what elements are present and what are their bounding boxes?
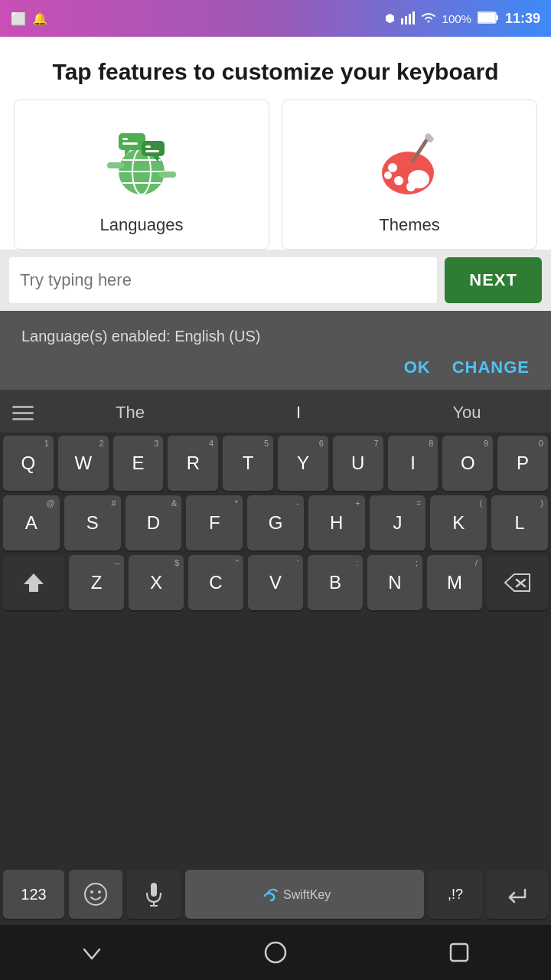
nav-bar — [0, 925, 551, 980]
space-key[interactable]: SwiftKey — [185, 870, 424, 919]
languages-label: Languages — [100, 215, 184, 235]
keyboard-row-2: @A #S &D *F -G +H =J (K )L — [3, 495, 548, 550]
wifi-icon — [421, 11, 436, 27]
page-title: Tap features to customize your keyboard — [18, 58, 533, 86]
key-I[interactable]: 8I — [388, 436, 439, 491]
special-char-key[interactable]: ,!? — [429, 870, 482, 919]
svg-rect-37 — [151, 883, 157, 897]
svg-rect-15 — [122, 142, 138, 145]
battery-icon — [478, 11, 499, 26]
key-M[interactable]: /M — [427, 555, 482, 610]
key-W[interactable]: 2W — [58, 436, 109, 491]
svg-rect-42 — [451, 944, 468, 961]
key-O[interactable]: 9O — [442, 436, 493, 491]
svg-rect-6 — [496, 15, 498, 20]
screen-icon: ⬜ — [11, 11, 26, 26]
signal-icon — [401, 11, 415, 27]
key-D[interactable]: &D — [126, 495, 182, 550]
bottom-action-row: 123 SwiftKey ,!? — [0, 867, 551, 925]
input-row: NEXT — [0, 250, 551, 311]
language-enabled-text: Language(s) enabled: English (US) — [21, 328, 530, 345]
key-T[interactable]: 5T — [223, 436, 273, 491]
time-display: 11:39 — [505, 11, 540, 27]
language-bar: Language(s) enabled: English (US) OK CHA… — [0, 311, 551, 390]
emoji-key[interactable] — [69, 870, 122, 919]
backspace-key[interactable] — [487, 555, 548, 610]
key-S[interactable]: #S — [64, 495, 121, 550]
key-B[interactable]: :B — [308, 555, 363, 610]
hamburger-line — [12, 418, 34, 420]
svg-point-36 — [98, 890, 101, 893]
svg-point-27 — [388, 163, 397, 172]
status-right-icons: ⬢ 100% 11:39 — [385, 11, 540, 27]
number-mode-key[interactable]: 123 — [3, 870, 64, 919]
hamburger-line — [12, 406, 34, 408]
svg-point-29 — [406, 182, 416, 191]
key-H[interactable]: +H — [308, 495, 365, 550]
svg-point-41 — [266, 942, 285, 962]
status-left-icons: ⬜ 🔔 — [11, 11, 47, 26]
header: Tap features to customize your keyboard — [0, 37, 551, 100]
key-E[interactable]: 3E — [113, 436, 164, 491]
key-A[interactable]: @A — [3, 495, 60, 550]
key-F[interactable]: *F — [186, 495, 243, 550]
key-G[interactable]: -G — [247, 495, 304, 550]
svg-rect-20 — [107, 162, 124, 168]
keyboard-row-1: 1Q 2W 3E 4R 5T 6Y 7U 8I 9O 0P — [3, 436, 548, 491]
key-N[interactable]: ;N — [367, 555, 422, 610]
alert-icon: 🔔 — [32, 11, 47, 26]
svg-point-28 — [394, 176, 403, 185]
themes-label: Themes — [379, 215, 439, 235]
keyboard-row-3: –Z $X "C 'V :B ;N /M — [3, 555, 548, 610]
svg-rect-2 — [409, 14, 411, 24]
suggestion-you[interactable]: You — [383, 403, 551, 423]
svg-rect-16 — [142, 141, 165, 156]
key-Q[interactable]: 1Q — [3, 436, 54, 491]
bluetooth-icon: ⬢ — [385, 11, 395, 25]
suggestions-row: The I You — [0, 390, 551, 433]
status-bar: ⬜ 🔔 ⬢ 100% 11:39 — [0, 0, 551, 37]
back-nav-button[interactable] — [69, 929, 115, 975]
key-K[interactable]: (K — [430, 495, 487, 550]
svg-rect-0 — [401, 18, 403, 24]
key-J[interactable]: =J — [370, 495, 426, 550]
enter-key[interactable] — [487, 870, 548, 919]
themes-icon — [367, 122, 452, 206]
key-V[interactable]: 'V — [248, 555, 303, 610]
svg-rect-19 — [145, 150, 159, 152]
hamburger-menu-button[interactable] — [0, 406, 46, 420]
key-L[interactable]: )L — [491, 495, 548, 550]
key-C[interactable]: "C — [188, 555, 243, 610]
suggestion-the[interactable]: The — [46, 403, 214, 423]
typing-input[interactable] — [9, 257, 437, 303]
key-R[interactable]: 4R — [168, 436, 218, 491]
language-actions: OK CHANGE — [21, 358, 530, 384]
svg-rect-3 — [412, 11, 415, 24]
change-button[interactable]: CHANGE — [452, 358, 530, 377]
shift-key[interactable] — [3, 555, 64, 610]
mic-key[interactable] — [127, 870, 181, 919]
languages-card[interactable]: Languages — [14, 100, 269, 250]
keyboard: The I You 1Q 2W 3E 4R 5T 6Y 7U 8I 9O 0P … — [0, 390, 551, 925]
svg-marker-31 — [24, 573, 44, 592]
recents-nav-button[interactable] — [436, 929, 482, 975]
next-button[interactable]: NEXT — [445, 257, 542, 303]
suggestion-i[interactable]: I — [214, 403, 383, 423]
key-X[interactable]: $X — [129, 555, 184, 610]
key-P[interactable]: 0P — [497, 436, 548, 491]
svg-point-34 — [85, 884, 106, 905]
svg-rect-14 — [122, 138, 128, 140]
svg-rect-1 — [405, 16, 407, 24]
home-nav-button[interactable] — [253, 929, 298, 975]
svg-point-35 — [90, 890, 93, 893]
keys-area: 1Q 2W 3E 4R 5T 6Y 7U 8I 9O 0P @A #S &D *… — [0, 433, 551, 867]
feature-cards: Languages Themes — [0, 100, 551, 250]
hamburger-line — [12, 412, 34, 414]
key-U[interactable]: 7U — [333, 436, 383, 491]
themes-card[interactable]: Themes — [282, 100, 537, 250]
ok-button[interactable]: OK — [404, 358, 431, 377]
svg-rect-12 — [119, 133, 145, 150]
svg-text:SwiftKey: SwiftKey — [283, 888, 331, 901]
key-Z[interactable]: –Z — [69, 555, 124, 610]
key-Y[interactable]: 6Y — [278, 436, 328, 491]
